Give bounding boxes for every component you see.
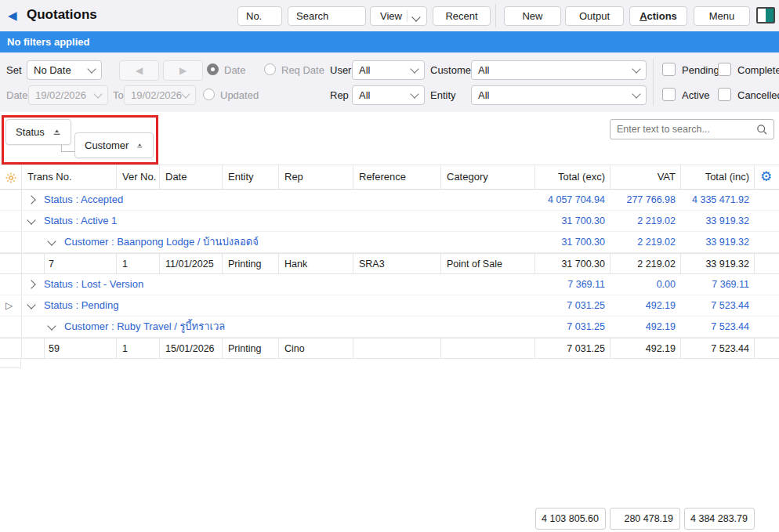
next-period-button[interactable]: ▶ bbox=[163, 60, 203, 81]
col-header-rep[interactable]: Rep bbox=[284, 165, 303, 189]
cell-grid-line bbox=[440, 338, 441, 358]
grid-search-box bbox=[610, 119, 774, 139]
user-dropdown[interactable]: All bbox=[352, 60, 425, 80]
chevron-right-icon[interactable] bbox=[27, 280, 35, 288]
total-inc-cell: 7 523.44 bbox=[711, 338, 749, 359]
row-gutter-line bbox=[21, 295, 22, 316]
rep-dropdown[interactable]: All bbox=[352, 85, 425, 105]
chevron-down-icon[interactable] bbox=[27, 215, 35, 224]
group-row-label: Status : Lost - Version bbox=[44, 274, 143, 295]
total-exc-cell: 4 057 704.94 bbox=[548, 190, 605, 210]
entity-value: All bbox=[478, 89, 489, 101]
chevron-down-icon[interactable] bbox=[47, 321, 56, 330]
no-input[interactable] bbox=[237, 6, 282, 26]
col-header-ver-no[interactable]: Ver No. bbox=[122, 165, 156, 189]
group-row[interactable]: Status : Accepted4 057 704.94277 766.984… bbox=[0, 190, 779, 211]
filter-divider bbox=[653, 59, 654, 106]
entity-dropdown[interactable]: All bbox=[471, 85, 647, 105]
col-header-total-exc[interactable]: Total (exc) bbox=[558, 165, 605, 189]
group-row[interactable]: Status : Active 131 700.302 219.0233 919… bbox=[0, 211, 779, 232]
cancelled-checkbox[interactable] bbox=[718, 88, 731, 101]
group-chip-customer[interactable]: Customer bbox=[74, 132, 154, 158]
header-grid-line bbox=[222, 165, 223, 189]
filter-panel: Set No Date ◀ ▶ Date Req Date User All C… bbox=[0, 52, 779, 112]
cell-grid-line bbox=[534, 254, 535, 273]
group-chip-status[interactable]: Status bbox=[5, 119, 71, 145]
header-grid-line bbox=[21, 165, 22, 189]
cell-entity: Printing bbox=[228, 254, 261, 274]
date-radio-label: Date bbox=[224, 60, 245, 80]
group-row[interactable]: ▷Status : Pending7 031.25492.197 523.44 bbox=[0, 295, 779, 317]
detail-row[interactable]: 59115/01/2026PrintingCino7 031.25492.197… bbox=[0, 338, 779, 359]
cell-reference: SRA3 bbox=[359, 254, 385, 274]
date-from-picker[interactable]: 19/02/2026 bbox=[28, 85, 108, 105]
sort-ascending-icon bbox=[53, 128, 61, 137]
group-chip-customer-label: Customer bbox=[85, 139, 129, 151]
cell-grid-line bbox=[754, 254, 755, 273]
header-grid-line bbox=[116, 165, 117, 189]
header-grid-line bbox=[610, 165, 611, 189]
customer-value: All bbox=[478, 64, 489, 76]
top-bar: ◀ Quotations View Recent New Output Acti… bbox=[0, 0, 779, 31]
col-header-date[interactable]: Date bbox=[165, 165, 187, 189]
row-gutter-line bbox=[21, 317, 22, 337]
total-exc-cell: 7 031.25 bbox=[567, 317, 605, 337]
toolbar-divider bbox=[495, 4, 496, 27]
cell-trans: 59 bbox=[49, 338, 60, 359]
search-input-top[interactable] bbox=[288, 6, 366, 26]
date-radio[interactable] bbox=[207, 63, 219, 75]
row-gutter-line bbox=[21, 274, 22, 295]
prev-period-button[interactable]: ◀ bbox=[119, 60, 159, 81]
grid-search-input[interactable] bbox=[611, 124, 756, 135]
pending-checkbox[interactable] bbox=[662, 63, 676, 76]
total-inc-cell: 4 335 471.92 bbox=[692, 190, 749, 210]
col-header-entity[interactable]: Entity bbox=[228, 165, 254, 189]
footer-total-inc: 4 384 283.79 bbox=[684, 508, 755, 530]
col-header-category[interactable]: Category bbox=[447, 165, 488, 189]
chevron-down-icon bbox=[93, 89, 102, 98]
updated-radio[interactable] bbox=[203, 89, 215, 100]
sun-icon[interactable] bbox=[5, 172, 16, 183]
date-to-picker[interactable]: 19/02/2026 bbox=[124, 85, 196, 105]
to-label: To bbox=[113, 85, 124, 105]
cell-grid-line bbox=[44, 254, 45, 273]
chevron-right-icon[interactable] bbox=[27, 195, 35, 204]
gear-icon[interactable]: ⚙ bbox=[760, 168, 772, 185]
new-button[interactable]: New bbox=[504, 6, 561, 26]
chevron-down-icon[interactable] bbox=[47, 237, 56, 245]
header-grid-line bbox=[353, 165, 353, 189]
total-inc-cell: 7 523.44 bbox=[711, 295, 749, 316]
cell-grid-line bbox=[278, 254, 279, 273]
recent-button[interactable]: Recent bbox=[433, 6, 491, 26]
cell-ver: 1 bbox=[122, 338, 128, 359]
req-date-radio-label: Req Date bbox=[281, 60, 324, 80]
set-dropdown[interactable]: No Date bbox=[27, 60, 102, 80]
col-header-vat[interactable]: VAT bbox=[658, 165, 676, 189]
menu-button[interactable]: Menu bbox=[694, 6, 750, 26]
footer-total-exc: 4 103 805.60 bbox=[535, 508, 606, 530]
total-inc-cell: 33 919.32 bbox=[705, 211, 749, 231]
cell-grid-line bbox=[534, 338, 535, 358]
vat-cell: 2 219.02 bbox=[637, 254, 676, 274]
cell-grid-line bbox=[353, 338, 353, 358]
cell-grid-line bbox=[44, 338, 45, 358]
detail-row[interactable]: 7111/01/2025PrintingHankSRA3Point of Sal… bbox=[0, 253, 779, 274]
customer-label: Customer bbox=[430, 60, 474, 80]
view-dropdown[interactable]: View bbox=[370, 6, 427, 26]
customer-dropdown[interactable]: All bbox=[471, 60, 647, 80]
flag-icon[interactable] bbox=[756, 7, 775, 24]
active-checkbox[interactable] bbox=[662, 88, 676, 101]
back-icon[interactable]: ◀ bbox=[8, 9, 17, 23]
actions-button[interactable]: Actions bbox=[629, 6, 687, 26]
group-row[interactable]: Status : Lost - Version7 369.110.007 369… bbox=[0, 274, 779, 295]
col-header-total-inc[interactable]: Total (inc) bbox=[705, 165, 749, 189]
col-header-reference[interactable]: Reference bbox=[359, 165, 406, 189]
req-date-radio[interactable] bbox=[264, 63, 276, 75]
cell-grid-line bbox=[440, 254, 441, 273]
chevron-down-icon[interactable] bbox=[27, 300, 35, 309]
group-row[interactable]: Customer : Baanpong Lodge / บ้านปงลอดจ์3… bbox=[0, 232, 779, 253]
complete-checkbox[interactable] bbox=[718, 63, 731, 76]
col-header-trans-no[interactable]: Trans No. bbox=[27, 165, 72, 189]
output-button[interactable]: Output bbox=[565, 6, 624, 26]
group-row[interactable]: Customer : Ruby Travel / รูบี้ทราเวล7 03… bbox=[0, 317, 779, 338]
